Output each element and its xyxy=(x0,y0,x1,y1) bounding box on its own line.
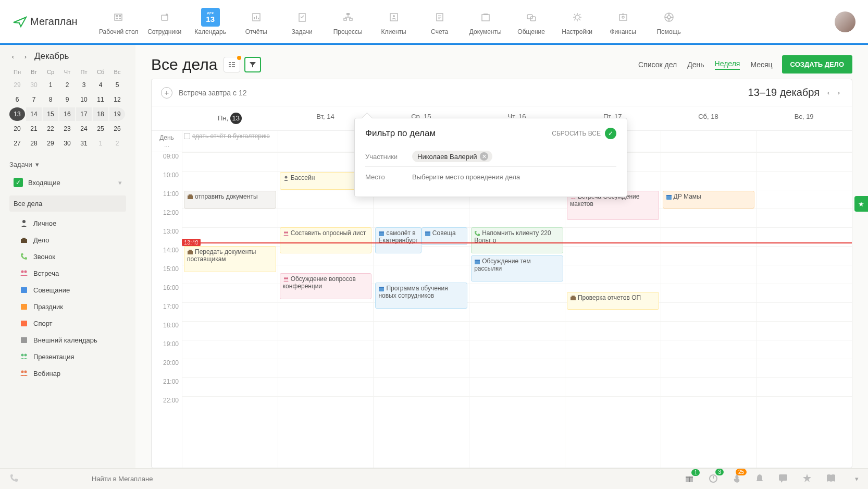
nav-item-11[interactable]: Финансы xyxy=(603,8,643,35)
day-header[interactable]: Пн, 13 xyxy=(182,106,278,130)
chip-remove-icon[interactable]: ✕ xyxy=(480,152,488,161)
view-tab[interactable]: Месяц xyxy=(750,60,772,69)
calendar-event[interactable]: Обсуждение вопросов конференции xyxy=(280,273,372,299)
day-column[interactable]: Встреча с клиентомНапомнить клиенту 220 … xyxy=(469,152,565,468)
mini-cal-day[interactable]: 10 xyxy=(76,93,92,106)
mini-cal-day[interactable]: 13 xyxy=(9,107,25,121)
nav-item-5[interactable]: Процессы xyxy=(328,8,368,35)
filter-button[interactable] xyxy=(244,57,261,72)
sidebar-tasks-toggle[interactable]: Задачи ▾ xyxy=(9,161,135,168)
mini-cal-day[interactable]: 9 xyxy=(59,93,75,106)
day-header[interactable]: Сб, 18 xyxy=(661,106,757,130)
gift-icon[interactable]: 1 xyxy=(684,473,695,484)
sidebar-category[interactable]: Спорт xyxy=(9,315,126,332)
calendar-event[interactable]: Передать документы поставщикам xyxy=(184,246,276,272)
day-column[interactable]: Встреча Обсуждение макетовПроверка отчет… xyxy=(565,152,661,468)
sidebar-all-tasks[interactable]: Все дела xyxy=(9,195,126,212)
allday-cell[interactable]: сдать отчёт в бухгалтерию xyxy=(182,131,278,152)
view-tab[interactable]: День xyxy=(687,60,704,69)
mini-cal-day[interactable]: 16 xyxy=(59,107,75,121)
nav-item-0[interactable]: Рабочий стол xyxy=(98,8,139,35)
next-week-button[interactable]: › xyxy=(835,89,842,96)
allday-cell[interactable] xyxy=(661,131,757,152)
nav-item-3[interactable]: Отчёты xyxy=(236,8,277,35)
mini-cal-day[interactable]: 11 xyxy=(93,93,108,106)
mini-cal-day[interactable]: 2 xyxy=(59,78,75,92)
day-column[interactable]: БассейнСоставить опросный листОбсуждение… xyxy=(278,152,374,468)
mini-cal-day[interactable]: 30 xyxy=(26,78,42,92)
mini-cal-day[interactable]: 24 xyxy=(76,122,92,136)
mini-cal-day[interactable]: 25 xyxy=(93,122,108,136)
view-tab[interactable]: Список дел xyxy=(638,60,677,69)
list-settings-button[interactable] xyxy=(224,57,240,72)
nav-item-12[interactable]: Помощь xyxy=(649,8,689,35)
sidebar-inbox[interactable]: ✓ Входящие ▾ xyxy=(9,174,126,191)
nav-item-6[interactable]: Клиенты xyxy=(374,8,414,35)
participant-chip[interactable]: Николаев Валерий ✕ xyxy=(412,151,492,162)
nav-item-1[interactable]: Сотрудники xyxy=(144,8,185,35)
checkbox-icon[interactable] xyxy=(184,133,190,139)
mini-cal-day[interactable]: 1 xyxy=(93,137,108,150)
sidebar-category[interactable]: Вебинар xyxy=(9,365,126,382)
sidebar-category[interactable]: Совещание xyxy=(9,282,126,298)
nav-item-7[interactable]: Счета xyxy=(419,8,460,35)
mini-cal-day[interactable]: 31 xyxy=(76,137,92,150)
mini-cal-day[interactable]: 15 xyxy=(43,107,58,121)
calendar-event[interactable]: Проверка отчетов ОП xyxy=(567,292,659,310)
mini-cal-day[interactable]: 22 xyxy=(43,122,58,136)
sidebar-category[interactable]: Презентация xyxy=(9,348,126,365)
mini-cal-day[interactable]: 18 xyxy=(93,107,108,121)
mini-cal-day[interactable]: 27 xyxy=(9,137,25,150)
mini-cal-day[interactable]: 29 xyxy=(43,137,58,150)
nav-item-10[interactable]: Настройки xyxy=(557,8,598,35)
quick-add-button[interactable]: + xyxy=(161,87,172,99)
calendar-event[interactable]: Напомнить клиенту 220 Вольт о xyxy=(471,227,563,253)
chat-icon[interactable] xyxy=(778,473,788,484)
create-task-button[interactable]: СОЗДАТЬ ДЕЛО xyxy=(782,55,852,74)
sidebar-category[interactable]: Личное xyxy=(9,215,126,231)
book-icon[interactable] xyxy=(826,473,836,484)
day-column[interactable]: Завтраксамолёт в ЕкатеринбургСовещаПрогр… xyxy=(373,152,469,468)
mini-cal-day[interactable]: 19 xyxy=(109,107,125,121)
nav-item-9[interactable]: Общение xyxy=(511,8,552,35)
collapse-bottombar-button[interactable]: ▾ xyxy=(855,475,859,483)
mini-cal-day[interactable]: 30 xyxy=(59,137,75,150)
day-column[interactable]: ДР Мамы xyxy=(661,152,757,468)
prev-month-button[interactable]: ‹ xyxy=(9,53,17,60)
mini-cal-day[interactable]: 20 xyxy=(9,122,25,136)
day-header[interactable]: Вс, 19 xyxy=(756,106,852,130)
mini-cal-day[interactable]: 23 xyxy=(59,122,75,136)
view-tab[interactable]: Неделя xyxy=(715,59,740,70)
nav-item-2[interactable]: дек13Календарь xyxy=(190,8,231,35)
mini-cal-day[interactable]: 26 xyxy=(109,122,125,136)
mini-cal-day[interactable]: 2 xyxy=(109,137,125,150)
sidebar-category[interactable]: Внешний календарь xyxy=(9,332,126,348)
favorites-tab[interactable]: ★ xyxy=(854,196,868,212)
sidebar-category[interactable]: Звонок xyxy=(9,248,126,265)
sidebar-category[interactable]: Дело xyxy=(9,231,126,248)
star-icon[interactable] xyxy=(802,473,812,485)
calendar-event[interactable]: Программа обучения новых сотрудников xyxy=(375,283,467,309)
mini-cal-day[interactable]: 3 xyxy=(76,78,92,92)
mini-cal-day[interactable]: 8 xyxy=(43,93,58,106)
mini-cal-day[interactable]: 4 xyxy=(93,78,108,92)
user-avatar[interactable] xyxy=(835,11,855,32)
calendar-event[interactable]: Составить опросный лист xyxy=(280,227,372,253)
calendar-event[interactable]: самолёт в Екатеринбург xyxy=(375,227,421,253)
mini-cal-day[interactable]: 14 xyxy=(26,107,42,121)
global-search-input[interactable] xyxy=(92,475,684,483)
allday-cell[interactable] xyxy=(756,131,852,152)
mini-cal-day[interactable]: 7 xyxy=(26,93,42,106)
filter-reset-button[interactable]: СБРОСИТЬ ВСЕ xyxy=(552,130,601,137)
mini-cal-day[interactable]: 28 xyxy=(26,137,42,150)
calendar-event[interactable]: отправить документы xyxy=(184,191,276,209)
timer-icon[interactable]: 3 xyxy=(708,473,718,485)
calendar-event[interactable]: Обсуждение тем рассылки xyxy=(471,255,563,282)
next-month-button[interactable]: › xyxy=(22,53,29,60)
calendar-event[interactable]: ДР Мамы xyxy=(663,191,755,209)
mini-cal-day[interactable]: 6 xyxy=(9,93,25,106)
mini-cal-day[interactable]: 21 xyxy=(26,122,42,136)
filter-apply-button[interactable]: ✓ xyxy=(605,128,616,139)
sidebar-category[interactable]: Встреча xyxy=(9,265,126,282)
fire-icon[interactable]: 25 xyxy=(732,473,741,485)
